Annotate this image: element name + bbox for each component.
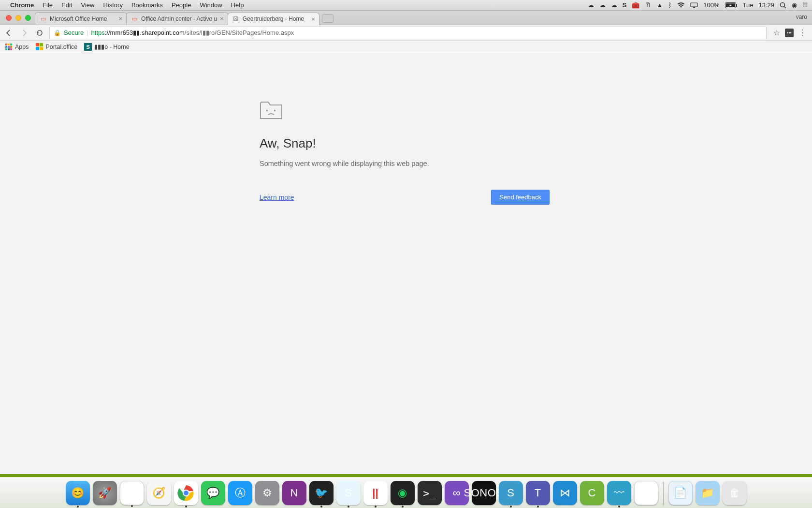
cloud-icon[interactable]: ☁︎ bbox=[588, 1, 594, 9]
svg-rect-6 bbox=[266, 110, 268, 111]
svg-point-4 bbox=[781, 2, 785, 7]
chrome-tabstrip: ▭ Microsoft Office Home × ▭ Office Admin… bbox=[0, 11, 812, 25]
dock-teams[interactable]: T bbox=[526, 481, 550, 505]
tab-title: Office Admin center - Active u bbox=[141, 15, 217, 22]
microsoft-logo-icon bbox=[36, 43, 44, 51]
tab-title: Microsoft Office Home bbox=[50, 15, 116, 22]
menubar-clock[interactable]: 13:29 bbox=[758, 1, 774, 9]
chrome-menu-icon[interactable]: ⋮ bbox=[798, 28, 806, 37]
sad-page-favicon-icon: ☒ bbox=[232, 15, 240, 23]
page-content: Aw, Snap! Something went wrong while dis… bbox=[0, 53, 812, 508]
dock-powerpoint[interactable]: P bbox=[634, 481, 658, 505]
dock-app-moustache[interactable]: 〰 bbox=[607, 481, 631, 505]
menu-edit[interactable]: Edit bbox=[57, 1, 76, 9]
bookmark-star-icon[interactable]: ☆ bbox=[773, 28, 780, 37]
menu-view[interactable]: View bbox=[76, 1, 99, 9]
sharepoint-icon: S bbox=[84, 43, 92, 51]
url-text: https://mmr653▮▮.sharepoint.com/sites/l▮… bbox=[91, 29, 294, 36]
tab-admin-center[interactable]: ▭ Office Admin center - Active u × bbox=[126, 12, 228, 25]
status-s-icon[interactable]: S bbox=[623, 1, 627, 9]
menu-window[interactable]: Window bbox=[195, 1, 226, 9]
window-close[interactable] bbox=[6, 15, 12, 21]
menu-bookmarks[interactable]: Bookmarks bbox=[127, 1, 167, 9]
extension-icon[interactable]: ••• bbox=[785, 29, 794, 37]
bookmark-portal-office[interactable]: Portal.office bbox=[36, 43, 78, 51]
tab-geertruiderberg[interactable]: ☒ Geertruiderberg - Home × bbox=[228, 13, 319, 25]
dock-safari[interactable]: 🧭 bbox=[147, 481, 171, 505]
separator: | bbox=[87, 29, 88, 36]
dock-outlook[interactable]: O✉ bbox=[120, 481, 144, 505]
menubar-day: Tue bbox=[743, 1, 754, 9]
menu-people[interactable]: People bbox=[167, 1, 195, 9]
tab-close-icon[interactable]: × bbox=[311, 15, 315, 23]
battery-icon[interactable] bbox=[725, 2, 738, 8]
dock-skype[interactable]: S bbox=[336, 481, 361, 505]
bookmark-sharepoint-home[interactable]: S ▮▮▮o - Home bbox=[84, 43, 129, 51]
dock-divider bbox=[663, 482, 664, 505]
window-minimize[interactable] bbox=[15, 15, 21, 21]
menu-help[interactable]: Help bbox=[227, 1, 248, 9]
dock-launchpad[interactable]: 🚀 bbox=[93, 481, 117, 505]
window-zoom[interactable] bbox=[25, 15, 31, 21]
airplay-icon[interactable] bbox=[690, 2, 698, 8]
dock-parallels[interactable]: || bbox=[363, 481, 388, 505]
dock-spotify[interactable]: ◉ bbox=[391, 481, 415, 505]
lock-icon: 🔒 bbox=[54, 30, 61, 36]
tab-office-home[interactable]: ▭ Microsoft Office Home × bbox=[35, 12, 127, 25]
dock-sonos[interactable]: SONOS bbox=[472, 481, 496, 505]
tab-close-icon[interactable]: × bbox=[118, 15, 122, 22]
learn-more-link[interactable]: Learn more bbox=[260, 194, 294, 201]
dock-system-preferences[interactable]: ⚙︎ bbox=[255, 481, 279, 505]
svg-rect-2 bbox=[736, 4, 737, 7]
back-button[interactable] bbox=[3, 27, 14, 39]
tab-title: Geertruiderberg - Home bbox=[243, 15, 308, 22]
dock-chrome[interactable] bbox=[174, 481, 198, 505]
calendar-icon[interactable]: 🗓 bbox=[645, 1, 651, 9]
dock-messages[interactable]: 💬 bbox=[201, 481, 225, 505]
cloud-icon-2[interactable]: ☁︎ bbox=[599, 1, 606, 9]
triangle-icon[interactable]: ▲ bbox=[656, 1, 663, 9]
error-title: Aw, Snap! bbox=[260, 136, 550, 151]
svg-rect-7 bbox=[274, 110, 276, 111]
notification-center-icon[interactable]: ☰ bbox=[802, 1, 808, 9]
bookmarks-bar: Apps Portal.office S ▮▮▮o - Home bbox=[0, 41, 812, 53]
menu-history[interactable]: History bbox=[99, 1, 127, 9]
wifi-icon[interactable] bbox=[677, 2, 685, 8]
chrome-profile-label[interactable]: varo bbox=[796, 14, 807, 20]
error-message: Something went wrong while displaying th… bbox=[260, 160, 550, 167]
battery-percent: 100% bbox=[703, 1, 719, 9]
dock-snagit[interactable]: S bbox=[499, 481, 523, 505]
office-favicon-icon: ▭ bbox=[130, 15, 138, 23]
dock-terminal[interactable]: >_ bbox=[418, 481, 442, 505]
spotlight-icon[interactable] bbox=[780, 2, 786, 9]
bookmark-label: Portal.office bbox=[46, 44, 78, 50]
dock-onenote[interactable]: N bbox=[282, 481, 306, 505]
tab-close-icon[interactable]: × bbox=[220, 15, 224, 22]
bookmark-label: ▮▮▮o - Home bbox=[94, 43, 129, 50]
window-controls bbox=[4, 15, 35, 25]
dock-downloads-folder[interactable]: 📁 bbox=[696, 481, 720, 505]
siri-icon[interactable]: ◉ bbox=[792, 1, 797, 9]
dock-vscode[interactable]: ⋈ bbox=[553, 481, 577, 505]
send-feedback-button[interactable]: Send feedback bbox=[491, 190, 550, 205]
menu-file[interactable]: File bbox=[38, 1, 57, 9]
dock-appstore[interactable]: Ⓐ bbox=[228, 481, 252, 505]
dock-recent-doc[interactable]: 📄 bbox=[668, 481, 693, 505]
dock-camtasia[interactable]: C bbox=[580, 481, 604, 505]
toolbox-icon[interactable]: 🧰 bbox=[632, 1, 639, 9]
cloud-icon-3[interactable]: ☁︎ bbox=[611, 1, 617, 9]
svg-line-5 bbox=[784, 6, 786, 8]
apps-grid-icon bbox=[5, 43, 13, 51]
apps-shortcut[interactable]: Apps bbox=[5, 43, 29, 51]
new-tab-button[interactable] bbox=[322, 14, 334, 23]
office-favicon-icon: ▭ bbox=[39, 15, 47, 23]
bluetooth-icon[interactable]: ᛒ bbox=[668, 1, 672, 9]
address-bar[interactable]: 🔒 Secure | https://mmr653▮▮.sharepoint.c… bbox=[49, 27, 767, 39]
dock-finder[interactable]: 😊 bbox=[66, 481, 90, 505]
dock-trash[interactable]: 🗑 bbox=[723, 481, 747, 505]
dock-twitter[interactable]: 🐦 bbox=[309, 481, 334, 505]
chrome-toolbar: 🔒 Secure | https://mmr653▮▮.sharepoint.c… bbox=[0, 25, 812, 41]
svg-rect-0 bbox=[691, 3, 697, 7]
app-menu[interactable]: Chrome bbox=[6, 1, 38, 9]
reload-button[interactable] bbox=[34, 27, 45, 39]
